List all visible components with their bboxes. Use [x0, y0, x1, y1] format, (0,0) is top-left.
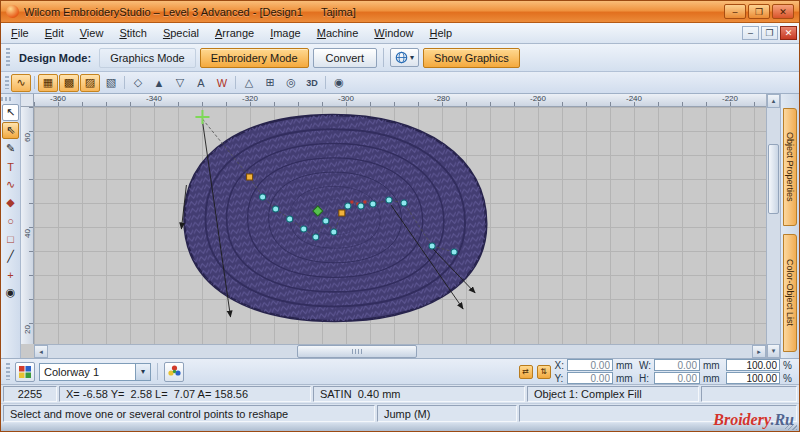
colorway-value: Colorway 1: [40, 366, 135, 378]
menu-stitch[interactable]: Stitch: [111, 25, 155, 41]
menu-image[interactable]: Image: [262, 25, 309, 41]
scroll-right-icon[interactable]: ▸: [752, 345, 766, 358]
zoom-icon[interactable]: ◉: [329, 74, 349, 92]
menu-special[interactable]: Special: [155, 25, 207, 41]
vertical-scroll-thumb[interactable]: [768, 144, 779, 214]
scroll-up-icon[interactable]: ▴: [767, 94, 780, 108]
insert-node-tool[interactable]: +: [2, 266, 19, 283]
ruler-tick: -320: [242, 94, 258, 103]
menu-edit[interactable]: Edit: [37, 25, 72, 41]
lettering-tool[interactable]: T: [2, 158, 19, 175]
menu-arrange[interactable]: Arrange: [207, 25, 262, 41]
show-graphics-button[interactable]: Show Graphics: [423, 48, 520, 68]
control-node: [429, 243, 435, 249]
scale-y-input[interactable]: [726, 372, 780, 384]
menu-view[interactable]: View: [72, 25, 112, 41]
scale-x-input[interactable]: [726, 359, 780, 371]
run-stitch-tool[interactable]: ∿: [2, 176, 19, 193]
digitize-pen-tool[interactable]: ✎: [2, 140, 19, 157]
nudge-horizontal-icon[interactable]: ⇄: [519, 365, 533, 379]
mdi-restore-button[interactable]: ❐: [761, 26, 778, 40]
vertical-ruler: 60 40 20: [21, 107, 34, 344]
colorway-flower-icon: [168, 365, 181, 378]
control-node: [370, 201, 376, 207]
contour-fill-icon[interactable]: ▧: [101, 74, 121, 92]
tool-palette: ↖ ⇖ ✎ T ∿ ◆ ○ □ ╱ + ◉: [1, 94, 21, 358]
measure-icon[interactable]: △: [239, 74, 259, 92]
line-tool[interactable]: ╱: [2, 248, 19, 265]
lettering-icon[interactable]: A: [191, 74, 211, 92]
ellipse-tool[interactable]: ○: [2, 212, 19, 229]
hoop-icon[interactable]: ◎: [281, 74, 301, 92]
globe-icon: [395, 51, 408, 64]
grid-toggle-icon[interactable]: ⊞: [260, 74, 280, 92]
motif-fill-icon[interactable]: ▨: [80, 74, 100, 92]
closed-shape-tool[interactable]: ◆: [2, 194, 19, 211]
globe-dropdown-button[interactable]: ▾: [390, 48, 419, 67]
tatami-fill-icon[interactable]: ▦: [38, 74, 58, 92]
colorway-editor-button[interactable]: [164, 362, 184, 382]
scroll-left-icon[interactable]: ◂: [34, 345, 48, 358]
mm-label: mm: [616, 360, 636, 371]
scroll-down-icon[interactable]: ▾: [767, 344, 780, 358]
design-workspace: -360 -340 -320 -300 -280 -260 -240 -220 …: [21, 94, 766, 358]
tab-object-properties[interactable]: Object Properties: [783, 108, 797, 226]
anchor-cross-icon: [195, 110, 209, 124]
threed-view-icon[interactable]: 3D: [302, 74, 322, 92]
minimize-button[interactable]: –: [724, 4, 746, 19]
reshape-icon[interactable]: ◇: [128, 74, 148, 92]
control-node: [301, 226, 307, 232]
convert-button[interactable]: Convert: [313, 48, 378, 68]
vertical-scrollbar[interactable]: ▴ ▾: [766, 94, 780, 358]
w-input[interactable]: [654, 359, 700, 371]
watermark-suffix: .Ru: [770, 411, 794, 428]
pattern-fill-icon[interactable]: ▩: [59, 74, 79, 92]
menu-machine[interactable]: Machine: [309, 25, 367, 41]
ruler-tick: 40: [23, 227, 32, 240]
design-canvas[interactable]: [34, 107, 766, 344]
stitch-node: [363, 201, 366, 204]
horizontal-scrollbar[interactable]: ◂ ▸: [34, 344, 766, 358]
graphics-mode-button[interactable]: Graphics Mode: [99, 48, 196, 68]
mirror-vertical-icon[interactable]: ▽: [170, 74, 190, 92]
reshape-tool[interactable]: ⇖: [2, 122, 19, 139]
y-input[interactable]: [567, 372, 613, 384]
select-tool[interactable]: ↖: [2, 104, 19, 121]
toolbar-grip[interactable]: [6, 363, 10, 380]
design-object[interactable]: [174, 107, 495, 332]
mirror-horizontal-icon[interactable]: ▲: [149, 74, 169, 92]
toolbar-grip[interactable]: [6, 48, 10, 67]
wave-effect-icon[interactable]: W: [212, 74, 232, 92]
control-node: [386, 197, 392, 203]
stitch-count: 2255: [3, 386, 57, 402]
horizontal-scroll-thumb[interactable]: [297, 345, 417, 358]
title-bar: Wilcom EmbroideryStudio – Level 3 Advanc…: [1, 1, 799, 23]
ruler-tick: 20: [23, 323, 32, 336]
h-input[interactable]: [654, 372, 700, 384]
mdi-minimize-button[interactable]: –: [742, 26, 759, 40]
control-node: [451, 249, 457, 255]
x-input[interactable]: [567, 359, 613, 371]
toolbar-grip[interactable]: [1, 97, 11, 101]
rectangle-tool[interactable]: □: [2, 230, 19, 247]
mdi-close-button[interactable]: ✕: [780, 26, 797, 40]
menu-file[interactable]: File: [3, 25, 37, 41]
ruler-tick: -240: [626, 94, 642, 103]
embroidery-mode-button[interactable]: Embroidery Mode: [200, 48, 309, 68]
chevron-down-icon[interactable]: ▾: [135, 364, 150, 380]
nudge-vertical-icon[interactable]: ⇅: [537, 365, 551, 379]
maximize-button[interactable]: ❐: [748, 4, 770, 19]
control-node: [331, 229, 337, 235]
run-stitch-icon[interactable]: ∿: [11, 74, 31, 92]
menu-help[interactable]: Help: [421, 25, 460, 41]
colorway-select[interactable]: Colorway 1 ▾: [39, 363, 151, 381]
tab-color-object-list[interactable]: Color-Object List: [783, 234, 797, 352]
zoom-tool[interactable]: ◉: [2, 284, 19, 301]
color-palette-button[interactable]: [15, 362, 35, 382]
toolbar-grip[interactable]: [5, 76, 9, 89]
ruler-tick: -280: [434, 94, 450, 103]
close-button[interactable]: ✕: [772, 4, 794, 19]
menu-window[interactable]: Window: [366, 25, 421, 41]
colorway-toolbar: Colorway 1 ▾ ⇄ ⇅ X: mm W: mm % Y: m: [1, 358, 799, 384]
window-resize-frame[interactable]: [1, 423, 799, 431]
